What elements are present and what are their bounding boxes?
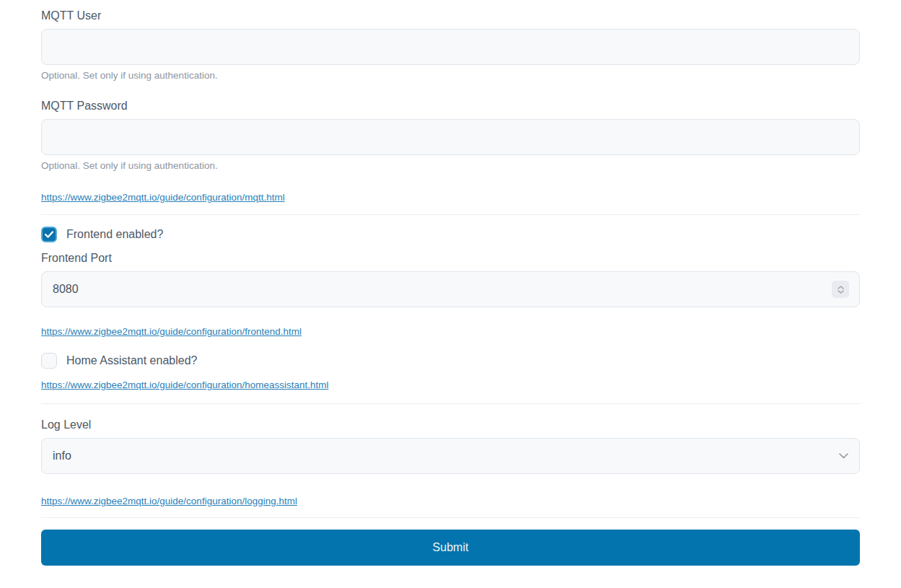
- home-assistant-doc-link[interactable]: https://www.zigbee2mqtt.io/guide/configu…: [41, 379, 328, 391]
- mqtt-password-input[interactable]: [41, 119, 860, 155]
- config-form: MQTT User Optional. Set only if using au…: [0, 0, 901, 566]
- frontend-port-input[interactable]: [41, 271, 860, 307]
- frontend-enabled-label[interactable]: Frontend enabled?: [66, 228, 163, 241]
- frontend-port-label: Frontend Port: [41, 251, 860, 265]
- number-spinner[interactable]: [832, 281, 849, 298]
- logging-doc-link[interactable]: https://www.zigbee2mqtt.io/guide/configu…: [41, 495, 297, 507]
- chevron-up-icon: [838, 286, 844, 289]
- frontend-doc-link[interactable]: https://www.zigbee2mqtt.io/guide/configu…: [41, 325, 302, 338]
- mqtt-password-help: Optional. Set only if using authenticati…: [41, 159, 860, 172]
- checkmark-icon: [45, 231, 53, 238]
- frontend-enabled-row: Frontend enabled?: [41, 227, 860, 242]
- mqtt-user-input[interactable]: [41, 29, 860, 65]
- home-assistant-enabled-label[interactable]: Home Assistant enabled?: [66, 354, 197, 367]
- log-level-label: Log Level: [41, 418, 860, 431]
- frontend-port-field: [41, 271, 860, 307]
- chevron-down-icon: [838, 290, 844, 294]
- log-level-value: info: [53, 449, 71, 462]
- divider: [41, 403, 860, 404]
- divider: [41, 214, 860, 215]
- mqtt-user-help: Optional. Set only if using authenticati…: [41, 69, 860, 82]
- home-assistant-enabled-row: Home Assistant enabled?: [41, 353, 860, 369]
- divider: [41, 517, 860, 518]
- mqtt-user-label: MQTT User: [41, 9, 860, 22]
- home-assistant-enabled-checkbox[interactable]: [41, 353, 57, 369]
- frontend-enabled-checkbox[interactable]: [41, 227, 57, 242]
- mqtt-doc-link[interactable]: https://www.zigbee2mqtt.io/guide/configu…: [41, 191, 285, 203]
- mqtt-password-label: MQTT Password: [41, 99, 860, 113]
- log-level-select[interactable]: info: [41, 438, 860, 474]
- chevron-down-icon: [839, 453, 848, 459]
- submit-button[interactable]: Submit: [41, 530, 860, 566]
